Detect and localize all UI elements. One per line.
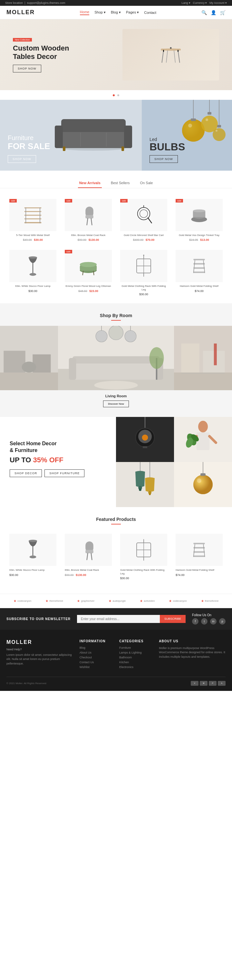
header: MOLLER Home Shop ▾ Blog ▾ Pages ▾ Contac… <box>0 6 232 19</box>
svg-rect-137 <box>194 556 205 557</box>
footer-link-checkout[interactable]: Checkout <box>80 656 113 659</box>
product-tabs-section: New Arrivals Best Sellers On Sale sale <box>0 171 232 303</box>
room-image-right <box>174 326 232 390</box>
footer-about-text: Moller is premium multipurpose WordPress… <box>159 646 226 659</box>
svg-point-92 <box>149 347 164 369</box>
user-icon[interactable]: 👤 <box>211 10 216 15</box>
tab-best-sellers[interactable]: Best Sellers <box>110 178 131 188</box>
footer-cat-lamps[interactable]: Lamps & Lighting <box>119 651 152 654</box>
marketplace-logo: ★ themeforest <box>201 599 218 603</box>
featured-product-card: 69in. Bronze Metal Coat Rack $90.00 $130… <box>61 530 116 584</box>
svg-point-55 <box>29 256 37 259</box>
featured-product-price: $90.00 $130.00 <box>65 573 112 577</box>
featured-products-section: Featured Products 63in. White Stucco Flo… <box>0 507 232 593</box>
promo-furniture-banner: Furniture FOR SALE Shop Now <box>0 100 142 171</box>
featured-product-image <box>176 534 222 566</box>
visa-icon: V <box>191 681 198 686</box>
account-menu[interactable]: My Account <box>210 1 225 5</box>
product-card: sale Gold Circle Mirrored Shelf Bar Cart… <box>116 195 171 246</box>
svg-rect-6 <box>163 50 164 52</box>
product-badge: sale <box>120 199 128 202</box>
facebook-icon[interactable]: f <box>192 618 198 625</box>
nav-blog[interactable]: Blog ▾ <box>111 10 121 14</box>
twitter-icon[interactable]: t <box>201 618 208 625</box>
promo-bulbs-button[interactable]: Shop Now <box>149 155 178 163</box>
shop-furniture-button[interactable]: Shop Furniture <box>45 469 85 477</box>
svg-point-121 <box>197 479 202 483</box>
shop-by-room-section: Shop By Room <box>0 303 232 417</box>
featured-product-name: Harloom Gold Metal Folding Shelf <box>176 568 222 572</box>
room-images <box>0 326 232 390</box>
promo-img-pendants <box>116 462 174 507</box>
site-logo[interactable]: MOLLER <box>6 9 35 16</box>
nav-pages[interactable]: Pages ▾ <box>126 10 139 14</box>
svg-rect-67 <box>194 259 205 261</box>
newsletter-email-input[interactable] <box>77 615 160 623</box>
footer-link-contact[interactable]: Contact Us <box>80 661 113 664</box>
featured-product-image <box>120 534 167 566</box>
instagram-icon[interactable]: in <box>210 618 216 625</box>
newsletter-subscribe-button[interactable]: Subscribe <box>160 615 186 623</box>
svg-rect-75 <box>3 351 26 373</box>
footer-info-title: Information <box>80 640 113 643</box>
footer-cat-electronics[interactable]: Electronics <box>119 665 152 669</box>
room-label: Living Room <box>0 394 232 398</box>
svg-point-86 <box>109 326 123 340</box>
store-email: support@plugins.themes.com <box>27 1 65 5</box>
svg-line-72 <box>203 261 205 273</box>
svg-rect-42 <box>85 215 93 219</box>
product-price: $48.60 $23.00 <box>65 290 112 293</box>
svg-line-107 <box>210 436 216 443</box>
hero-dot-2[interactable] <box>117 94 119 96</box>
shop-decor-button[interactable]: Shop Decor <box>10 469 42 477</box>
footer-link-about[interactable]: About Us <box>80 651 113 654</box>
product-price: $49.00 $30.00 <box>10 238 56 242</box>
shop-by-room-title: Shop By Room <box>0 313 232 318</box>
footer-cat-kitchen[interactable]: Kitchen <box>119 661 152 664</box>
payment-icons: V M P A <box>191 681 226 686</box>
footer-cat-furniture[interactable]: Furniture <box>119 646 152 649</box>
product-name: Emmy Green Floral Wood Leg Ottoman <box>65 285 112 288</box>
product-card: sale 5-Tier Wood With Metal Shelf $49.00… <box>5 195 61 246</box>
hero-dots <box>0 90 232 100</box>
svg-rect-80 <box>72 361 160 380</box>
lang-selector[interactable]: Lang <box>181 1 188 5</box>
footer-description: Lorem ipsum dolor sit amet, consectetur … <box>6 653 73 666</box>
footer-link-blog[interactable]: Blog <box>80 646 113 649</box>
product-card: Gold Metal Clothing Rack With Folding Le… <box>116 246 171 300</box>
promo-select-title: Select Home Decor& Furniture <box>10 441 106 454</box>
product-image <box>10 250 56 282</box>
svg-rect-36 <box>24 215 42 216</box>
promo-furniture-button[interactable]: Shop Now <box>8 155 36 163</box>
product-image <box>65 250 112 282</box>
svg-point-85 <box>96 331 107 342</box>
discover-now-button[interactable]: Discover Now <box>103 401 128 407</box>
featured-product-name: 63in. White Stucco Floor Lamp <box>10 568 56 572</box>
svg-rect-82 <box>69 358 76 380</box>
featured-product-price: $30.00 <box>120 577 167 580</box>
currency-selector[interactable]: Currency <box>193 1 205 5</box>
product-name: 69in. Bronze Metal Coat Rack <box>65 234 112 237</box>
tab-on-sale[interactable]: On Sale <box>139 178 154 188</box>
search-icon[interactable]: 🔍 <box>202 10 207 15</box>
cart-icon[interactable]: 🛒 <box>220 10 226 15</box>
pinterest-icon[interactable]: p <box>219 618 226 625</box>
nav-shop[interactable]: Shop ▾ <box>94 10 106 14</box>
footer-about-col: About Us Moller is premium multipurpose … <box>159 640 226 670</box>
svg-point-84 <box>94 381 138 390</box>
footer-copyright: © 2021 Moller. All Rights Reserved <box>6 682 46 685</box>
hero-cta-button[interactable]: Shop Now <box>13 65 41 72</box>
svg-rect-95 <box>181 344 200 372</box>
hero-image <box>122 29 219 81</box>
promo-decor-section: Select Home Decor& Furniture UP TO 35% O… <box>0 417 232 507</box>
footer-cat-bathroom[interactable]: Bathroom <box>119 656 152 659</box>
nav-contact[interactable]: Contact <box>144 11 156 14</box>
svg-rect-37 <box>24 211 42 212</box>
footer-link-wishlist[interactable]: Wishlist <box>80 665 113 669</box>
product-price: $400.00 $70.00 <box>120 238 167 242</box>
nav-home[interactable]: Home <box>80 10 89 15</box>
hero-dot-1[interactable] <box>113 94 115 96</box>
tab-new-arrivals[interactable]: New Arrivals <box>78 178 102 188</box>
product-image <box>10 199 56 231</box>
svg-rect-69 <box>194 267 205 269</box>
